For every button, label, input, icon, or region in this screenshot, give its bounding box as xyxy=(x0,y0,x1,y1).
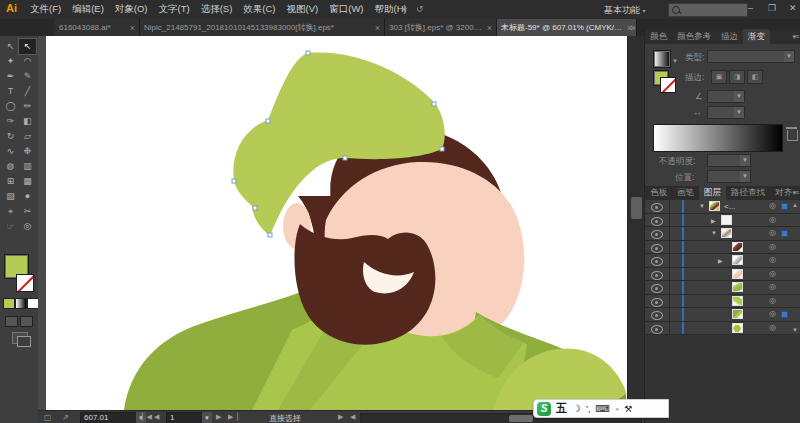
gradient-swatch-thumbnail[interactable] xyxy=(653,50,671,68)
panel-menu-icon[interactable]: ▾≡ xyxy=(792,33,798,41)
scroll-left-arrow[interactable]: ▶ xyxy=(338,413,342,421)
visibility-eye-icon[interactable] xyxy=(651,271,663,280)
layer-thumbnail[interactable] xyxy=(709,201,720,211)
previous-artboard-button[interactable]: ◀ xyxy=(154,413,158,421)
artboard-number-field[interactable]: 1 xyxy=(166,412,205,423)
tab-close-icon[interactable]: × xyxy=(130,23,135,33)
lasso-tool[interactable]: ◠ xyxy=(19,54,36,69)
gradient-mode-button[interactable] xyxy=(15,298,27,309)
layer-thumbnail[interactable] xyxy=(732,323,743,333)
panel-menu-icon[interactable]: ▾≡ xyxy=(792,189,798,197)
artboard-illustration[interactable] xyxy=(46,36,627,410)
ime-keyboard-icon[interactable]: ⌨ xyxy=(595,403,609,414)
expand-triangle-icon[interactable]: ▶ xyxy=(711,217,716,224)
eraser-tool[interactable]: ◧ xyxy=(19,114,36,129)
panel-tab[interactable]: 渐变 xyxy=(743,29,770,44)
scissors-tool[interactable]: ✂ xyxy=(19,204,36,219)
selection-indicator[interactable] xyxy=(781,203,788,210)
column-graph-tool[interactable]: ▥ xyxy=(19,159,36,174)
search-input[interactable] xyxy=(668,3,748,17)
vertical-scrollbar-thumb[interactable] xyxy=(631,197,642,219)
direct-selection-tool[interactable]: ↖ xyxy=(19,39,36,54)
document-tab[interactable]: 未标题-59* @ 607.01% (CMYK/预览) × xyxy=(497,19,637,36)
visibility-eye-icon[interactable] xyxy=(651,325,663,334)
gradient-swatch-caret[interactable]: ▼ xyxy=(672,58,678,64)
layer-thumbnail[interactable] xyxy=(732,242,743,252)
panel-tab[interactable]: 路径查找 xyxy=(726,185,770,200)
visibility-eye-icon[interactable] xyxy=(651,217,663,226)
menu-item[interactable]: 文字(T) xyxy=(159,3,190,16)
color-mode-button[interactable] xyxy=(3,298,15,309)
visibility-eye-icon[interactable] xyxy=(651,298,663,307)
document-tab[interactable]: Nipic_21485791_20181010145133983000[转换].… xyxy=(140,19,385,36)
workspace-switcher[interactable]: 基本功能 ▾ xyxy=(604,4,646,17)
anchor-point[interactable] xyxy=(306,51,310,55)
layer-thumbnail[interactable] xyxy=(732,309,743,319)
target-circle-icon[interactable]: ◎ xyxy=(769,269,776,278)
first-artboard-button[interactable]: ▏◀ xyxy=(142,413,151,421)
panel-tab[interactable]: 描边 xyxy=(716,29,743,44)
panel-tab[interactable]: 画笔 xyxy=(672,185,699,200)
target-circle-icon[interactable]: ◎ xyxy=(769,323,776,332)
target-circle-icon[interactable]: ◎ xyxy=(769,296,776,305)
symbol-sprayer-tool[interactable]: ❉ xyxy=(19,144,36,159)
target-circle-icon[interactable]: ◎ xyxy=(769,242,776,251)
menu-item[interactable]: 编辑(E) xyxy=(72,3,104,16)
panel-tab[interactable]: 图层 xyxy=(699,185,726,200)
layer-label[interactable]: <... xyxy=(724,202,735,211)
opacity-field[interactable]: ▼ xyxy=(707,154,751,167)
layers-scroll-down-icon[interactable]: ▼ xyxy=(792,327,798,333)
layer-thumbnail[interactable] xyxy=(732,282,743,292)
location-field[interactable]: ▼ xyxy=(707,170,751,183)
stroke-across-button[interactable]: ◧ xyxy=(747,70,763,84)
anchor-point[interactable] xyxy=(343,156,347,160)
perspective-grid-tool[interactable]: ⊞ xyxy=(2,174,19,189)
stroke-within-button[interactable]: ▣ xyxy=(711,70,727,84)
width-tool[interactable]: ∿ xyxy=(2,144,19,159)
layer-row[interactable]: ◎ xyxy=(645,295,800,309)
stroke-none-swatch[interactable] xyxy=(16,274,34,292)
gradient-tool[interactable]: ▧ xyxy=(2,189,19,204)
menu-item[interactable]: 视图(V) xyxy=(287,3,319,16)
rotate-view-icon[interactable]: ↺ xyxy=(416,4,424,14)
visibility-eye-icon[interactable] xyxy=(651,311,663,320)
layers-scroll-up-icon[interactable]: ▲ xyxy=(792,202,798,208)
target-circle-icon[interactable]: ◎ xyxy=(769,282,776,291)
target-circle-icon[interactable]: ◎ xyxy=(769,309,776,318)
close-button[interactable]: ✕ xyxy=(789,3,797,13)
tab-overflow-icon[interactable]: » xyxy=(630,22,636,33)
arrange-documents-icon[interactable]: ▾ xyxy=(402,4,407,14)
minimize-button[interactable]: – xyxy=(748,3,753,13)
layer-row[interactable]: ◎ xyxy=(645,241,800,255)
anchor-point[interactable] xyxy=(432,102,436,106)
layer-row[interactable]: ◎ xyxy=(645,308,800,322)
layer-row[interactable]: ▼ <... ◎ xyxy=(645,200,800,214)
screen-mode-button[interactable] xyxy=(5,316,18,327)
gradient-stroke-none-box[interactable] xyxy=(660,77,676,93)
anchor-point[interactable] xyxy=(253,206,257,210)
draw-mode-button[interactable] xyxy=(20,316,33,327)
menu-item[interactable]: 对象(O) xyxy=(115,3,148,16)
menu-item[interactable]: 窗口(W) xyxy=(329,3,363,16)
menu-item[interactable]: 选择(S) xyxy=(201,3,233,16)
ime-wrench-icon[interactable]: ⚒ xyxy=(624,404,632,414)
gradient-angle-field[interactable]: ▼ xyxy=(707,90,745,103)
horizontal-scrollbar-thumb[interactable] xyxy=(509,415,533,422)
magic-wand-tool[interactable]: ✦ xyxy=(2,54,19,69)
visibility-eye-icon[interactable] xyxy=(651,284,663,293)
rotate-tool[interactable]: ↻ xyxy=(2,129,19,144)
visibility-eye-icon[interactable] xyxy=(651,230,663,239)
layer-thumbnail[interactable] xyxy=(732,269,743,279)
layer-thumbnail[interactable] xyxy=(732,255,743,265)
zoom-level-field[interactable]: 607.01 xyxy=(80,412,139,423)
restore-button[interactable]: ❐ xyxy=(768,3,776,13)
layer-thumbnail[interactable] xyxy=(732,296,743,306)
layer-row[interactable]: ▶ ◎ xyxy=(645,254,800,268)
gradient-slider-bar[interactable] xyxy=(653,124,783,152)
stroke-along-button[interactable]: ◨ xyxy=(729,70,745,84)
export-icon[interactable]: ↗ xyxy=(62,413,69,422)
delete-stop-icon[interactable] xyxy=(787,130,798,141)
ellipse-tool[interactable]: ◯ xyxy=(2,99,19,114)
selection-indicator[interactable] xyxy=(781,230,788,237)
visibility-eye-icon[interactable] xyxy=(651,203,663,212)
